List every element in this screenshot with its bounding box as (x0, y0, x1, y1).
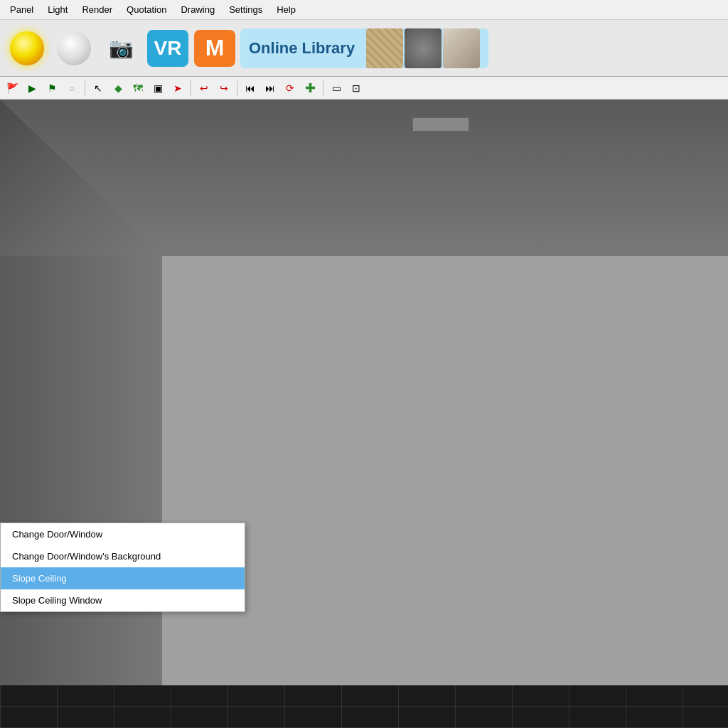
flag-green-button[interactable]: ⚑ (43, 79, 61, 97)
refresh-button[interactable]: ⟳ (281, 79, 299, 97)
m-icon: M (194, 30, 235, 67)
redo-button[interactable]: ↪ (215, 79, 233, 97)
forward-button[interactable]: ⏭ (261, 79, 279, 97)
circle-button[interactable]: ○ (63, 79, 81, 97)
window-button[interactable]: ▣ (149, 79, 167, 97)
thumbnail-3 (443, 28, 480, 68)
menu-help[interactable]: Help (269, 3, 303, 16)
monitor-button[interactable]: ▭ (327, 79, 346, 97)
flag-red-button[interactable]: 🚩 (3, 79, 21, 97)
light-white-icon (57, 31, 91, 65)
context-menu-item-change-bg[interactable]: Change Door/Window's Background (1, 545, 245, 567)
back-button[interactable]: ⏮ (241, 79, 259, 97)
online-library-label: Online Library (249, 39, 355, 58)
thumbnail-2 (405, 28, 441, 68)
camera-button[interactable]: 📷 (100, 26, 142, 71)
context-menu: Change Door/Window Change Door/Window's … (0, 523, 245, 612)
play-button[interactable]: ▶ (23, 79, 41, 97)
m-button[interactable]: M (193, 26, 236, 71)
light-on-button[interactable] (6, 26, 48, 71)
divider-2 (191, 80, 191, 96)
menu-render[interactable]: Render (75, 3, 119, 16)
left-wall (0, 256, 162, 685)
menu-drawing[interactable]: Drawing (173, 3, 222, 16)
divider-4 (323, 80, 323, 96)
menu-quotation[interactable]: Quotation (119, 3, 173, 16)
divider-3 (237, 80, 237, 96)
arrow-red-button[interactable]: ➤ (168, 79, 187, 97)
ceiling-window-indicator (412, 117, 469, 132)
top-toolbar: 📷 VR M Online Library (0, 20, 728, 77)
screenshot-button[interactable]: ⊡ (347, 79, 365, 97)
context-menu-item-slope-ceiling-window[interactable]: Slope Ceiling Window (1, 589, 245, 611)
camera-icon: 📷 (104, 31, 138, 65)
cube-button[interactable]: ◆ (109, 79, 127, 97)
map-button[interactable]: 🗺 (129, 79, 147, 97)
floor-grid (0, 685, 728, 728)
online-library-button[interactable]: Online Library (240, 28, 488, 68)
undo-button[interactable]: ↩ (195, 79, 213, 97)
light-yellow-icon (10, 31, 44, 65)
back-wall (162, 256, 728, 685)
add-button[interactable]: ✚ (301, 79, 319, 97)
menu-panel[interactable]: Panel (3, 3, 41, 16)
menu-light[interactable]: Light (41, 3, 75, 16)
secondary-toolbar: 🚩 ▶ ⚑ ○ ↖ ◆ 🗺 ▣ ➤ ↩ ↪ ⏮ ⏭ ⟳ ✚ ▭ ⊡ (0, 77, 728, 100)
context-menu-item-slope-ceiling[interactable]: Slope Ceiling (1, 567, 245, 589)
menu-settings[interactable]: Settings (222, 3, 269, 16)
canvas-area: Change Door/Window Change Door/Window's … (0, 100, 728, 728)
vr-button[interactable]: VR (146, 26, 189, 71)
menubar: Panel Light Render Quotation Drawing Set… (0, 0, 728, 20)
context-menu-item-change-door-window[interactable]: Change Door/Window (1, 523, 245, 545)
thumbnail-1 (366, 28, 403, 68)
vr-icon: VR (147, 30, 188, 67)
cursor-button[interactable]: ↖ (89, 79, 107, 97)
divider-1 (85, 80, 85, 96)
library-thumbnails (366, 28, 480, 68)
light-off-button[interactable] (53, 26, 95, 71)
